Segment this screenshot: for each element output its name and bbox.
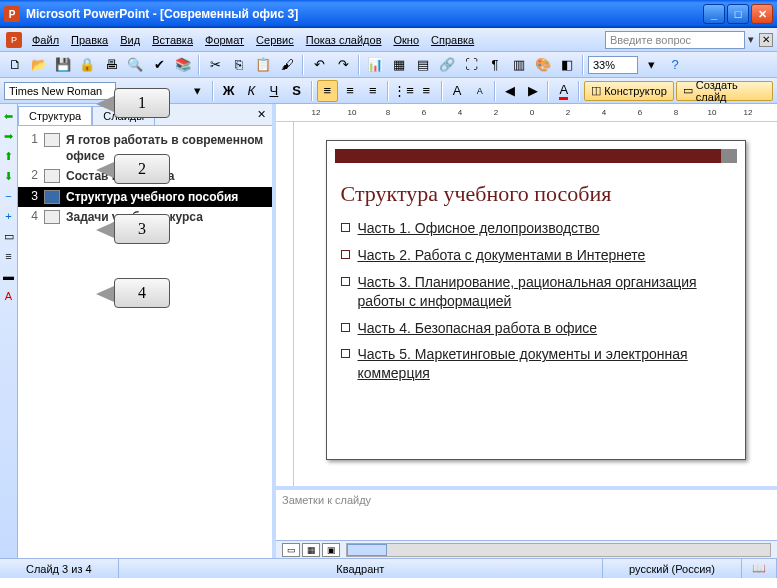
- slide-canvas[interactable]: Структура учебного пособия Часть 1. Офис…: [294, 122, 777, 486]
- preview-icon[interactable]: 🔍: [124, 54, 146, 76]
- research-icon[interactable]: 📚: [172, 54, 194, 76]
- copy-icon[interactable]: ⎘: [228, 54, 250, 76]
- menu-tools[interactable]: Сервис: [250, 31, 300, 49]
- menu-edit[interactable]: Правка: [65, 31, 114, 49]
- status-language[interactable]: русский (Россия): [603, 559, 742, 578]
- close-button[interactable]: ✕: [751, 4, 773, 24]
- show-formatting-icon[interactable]: ¶: [484, 54, 506, 76]
- menu-format[interactable]: Формат: [199, 31, 250, 49]
- show-format-icon[interactable]: A: [1, 288, 17, 304]
- underline-icon[interactable]: Ч: [264, 80, 285, 102]
- vertical-ruler: [276, 122, 294, 486]
- status-spellcheck-icon[interactable]: 📖: [742, 559, 777, 578]
- sorter-view-icon[interactable]: ▦: [302, 543, 320, 557]
- cut-icon[interactable]: ✂: [204, 54, 226, 76]
- tab-structure[interactable]: Структура: [18, 106, 92, 125]
- expand-all-icon[interactable]: ≡: [1, 248, 17, 264]
- grid-icon[interactable]: ▥: [508, 54, 530, 76]
- decrease-indent-icon[interactable]: ◀: [500, 80, 521, 102]
- scroll-thumb[interactable]: [347, 544, 387, 556]
- help-dropdown-icon[interactable]: ▾: [745, 33, 757, 46]
- move-down-icon[interactable]: ⬇: [1, 168, 17, 184]
- grayscale-icon[interactable]: ◧: [556, 54, 578, 76]
- outline-title: Структура учебного пособия: [66, 189, 266, 205]
- zoom-dropdown-icon[interactable]: ▾: [640, 54, 662, 76]
- spellcheck-icon[interactable]: ✔: [148, 54, 170, 76]
- summary-icon[interactable]: ▬: [1, 268, 17, 284]
- slide-thumb-icon: [44, 133, 60, 147]
- hyperlink-icon[interactable]: 🔗: [436, 54, 458, 76]
- align-center-icon[interactable]: ≡: [340, 80, 361, 102]
- outline-item-selected[interactable]: 3 Структура учебного пособия: [18, 187, 272, 207]
- menu-file[interactable]: Файл: [26, 31, 65, 49]
- menu-view[interactable]: Вид: [114, 31, 146, 49]
- tables-borders-icon[interactable]: ▤: [412, 54, 434, 76]
- collapse-icon[interactable]: −: [1, 188, 17, 204]
- designer-button[interactable]: ◫ Конструктор: [584, 81, 674, 101]
- size-dropdown-icon[interactable]: ▾: [187, 80, 208, 102]
- demote-icon[interactable]: ➡: [1, 128, 17, 144]
- expand-icon[interactable]: ⛶: [460, 54, 482, 76]
- help-icon[interactable]: ?: [664, 54, 686, 76]
- move-up-icon[interactable]: ⬆: [1, 148, 17, 164]
- menu-insert[interactable]: Вставка: [146, 31, 199, 49]
- standard-toolbar: 🗋 📂 💾 🔒 🖶 🔍 ✔ 📚 ✂ ⎘ 📋 🖌 ↶ ↷ 📊 ▦ ▤ 🔗 ⛶ ¶ …: [0, 52, 777, 78]
- new-icon[interactable]: 🗋: [4, 54, 26, 76]
- menu-help[interactable]: Справка: [425, 31, 480, 49]
- undo-icon[interactable]: ↶: [308, 54, 330, 76]
- redo-icon[interactable]: ↷: [332, 54, 354, 76]
- help-search-input[interactable]: Введите вопрос: [605, 31, 745, 49]
- slide-title[interactable]: Структура учебного пособия: [341, 181, 731, 207]
- slideshow-view-icon[interactable]: ▣: [322, 543, 340, 557]
- align-left-icon[interactable]: ≡: [317, 80, 338, 102]
- print-icon[interactable]: 🖶: [100, 54, 122, 76]
- permission-icon[interactable]: 🔒: [76, 54, 98, 76]
- italic-icon[interactable]: К: [241, 80, 262, 102]
- font-color-icon[interactable]: A: [553, 80, 574, 102]
- chart-icon[interactable]: 📊: [364, 54, 386, 76]
- paste-icon[interactable]: 📋: [252, 54, 274, 76]
- minimize-button[interactable]: _: [703, 4, 725, 24]
- bullet-text: Часть 1. Офисное делопроизводство: [358, 219, 600, 238]
- title-bar: P Microsoft PowerPoint - [Современный оф…: [0, 0, 777, 28]
- format-painter-icon[interactable]: 🖌: [276, 54, 298, 76]
- slide[interactable]: Структура учебного пособия Часть 1. Офис…: [326, 140, 746, 460]
- increase-indent-icon[interactable]: ▶: [523, 80, 544, 102]
- normal-view-icon[interactable]: ▭: [282, 543, 300, 557]
- open-icon[interactable]: 📂: [28, 54, 50, 76]
- menu-window[interactable]: Окно: [388, 31, 426, 49]
- bullets-icon[interactable]: ≡: [416, 80, 437, 102]
- notes-pane[interactable]: Заметки к слайду: [276, 486, 777, 540]
- horizontal-scrollbar[interactable]: [346, 543, 771, 557]
- bullet-icon: [341, 277, 350, 286]
- promote-icon[interactable]: ⬅: [1, 108, 17, 124]
- increase-font-icon[interactable]: A: [447, 80, 468, 102]
- numbering-icon[interactable]: ⋮≡: [393, 80, 414, 102]
- slide-number: 2: [24, 168, 38, 184]
- align-right-icon[interactable]: ≡: [363, 80, 384, 102]
- doc-icon[interactable]: P: [6, 32, 22, 48]
- decrease-font-icon[interactable]: A: [469, 80, 490, 102]
- new-slide-icon: ▭: [683, 84, 693, 97]
- slide-thumb-icon: [44, 190, 60, 204]
- menu-show[interactable]: Показ слайдов: [300, 31, 388, 49]
- new-slide-button[interactable]: ▭ Создать слайд: [676, 81, 773, 101]
- maximize-button[interactable]: □: [727, 4, 749, 24]
- zoom-input[interactable]: 33%: [588, 56, 638, 74]
- bullet-icon: [341, 349, 350, 358]
- slide-decor: [335, 149, 737, 163]
- callout-1: 1: [114, 88, 170, 118]
- pane-close-icon[interactable]: ✕: [254, 107, 268, 121]
- collapse-all-icon[interactable]: ▭: [1, 228, 17, 244]
- table-icon[interactable]: ▦: [388, 54, 410, 76]
- expand2-icon[interactable]: +: [1, 208, 17, 224]
- bullet-icon: [341, 223, 350, 232]
- color-icon[interactable]: 🎨: [532, 54, 554, 76]
- doc-close-button[interactable]: ✕: [759, 33, 773, 47]
- slide-area: 12108642024681012 Структура учебного пос…: [276, 104, 777, 558]
- shadow-icon[interactable]: S: [286, 80, 307, 102]
- callout-4: 4: [114, 278, 170, 308]
- slide-body[interactable]: Часть 1. Офисное делопроизводство Часть …: [341, 219, 731, 383]
- save-icon[interactable]: 💾: [52, 54, 74, 76]
- bold-icon[interactable]: Ж: [218, 80, 239, 102]
